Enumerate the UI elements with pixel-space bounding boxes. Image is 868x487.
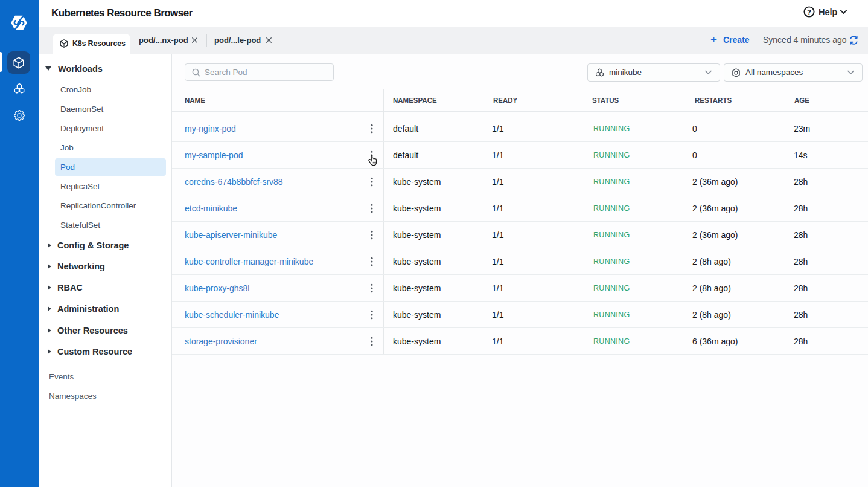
svg-text:?: ?	[807, 8, 811, 16]
